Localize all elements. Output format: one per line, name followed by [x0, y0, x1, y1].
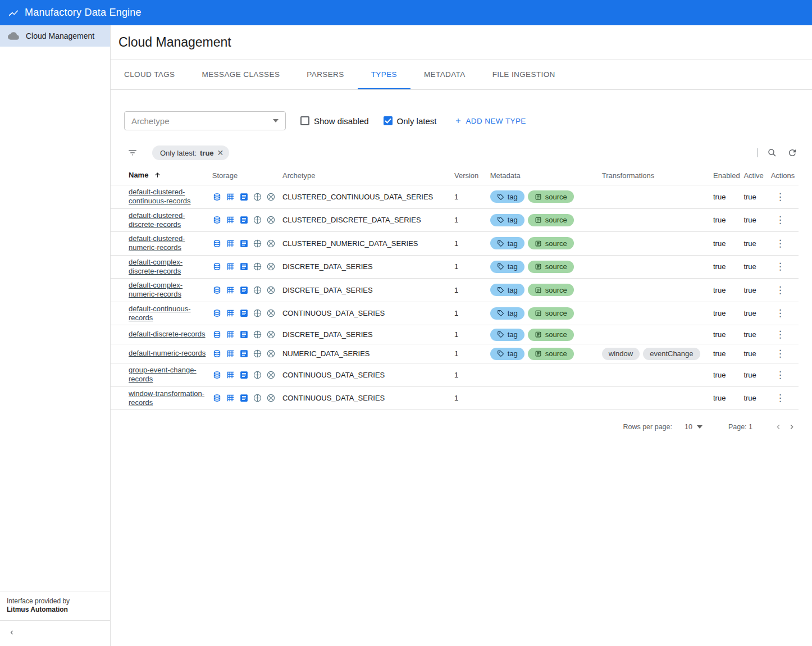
row-actions-button[interactable]: ⋮ — [771, 327, 790, 342]
document-icon[interactable] — [239, 370, 249, 380]
database-icon[interactable] — [212, 192, 222, 202]
only-latest-filter-chip[interactable]: Only latest: true ✕ — [152, 145, 229, 160]
table-grid-icon[interactable] — [226, 285, 235, 295]
col-header-name[interactable]: Name — [111, 167, 212, 185]
row-actions-button[interactable]: ⋮ — [771, 347, 790, 361]
table-grid-icon[interactable] — [226, 239, 235, 248]
archetype-select[interactable]: Archetype — [124, 111, 286, 130]
previous-page-button[interactable] — [772, 420, 785, 434]
document-icon[interactable] — [239, 215, 249, 225]
document-icon[interactable] — [239, 285, 249, 295]
tag-chip[interactable]: tag — [490, 190, 524, 203]
table-grid-icon[interactable] — [226, 215, 235, 225]
document-icon[interactable] — [239, 349, 249, 358]
refresh-icon[interactable] — [786, 147, 799, 159]
collapse-sidebar-button[interactable] — [8, 627, 16, 639]
hub-icon[interactable] — [253, 330, 262, 339]
tag-chip[interactable]: tag — [490, 284, 524, 296]
node-icon[interactable] — [266, 192, 276, 202]
node-icon[interactable] — [266, 262, 276, 271]
type-name-link[interactable]: default-discrete-records — [129, 330, 206, 339]
type-name-link[interactable]: window-transformation-records — [129, 389, 210, 408]
table-grid-icon[interactable] — [226, 370, 235, 380]
source-chip[interactable]: source — [528, 261, 574, 273]
document-icon[interactable] — [239, 308, 249, 318]
only-latest-checkbox[interactable]: Only latest — [384, 116, 437, 126]
row-actions-button[interactable]: ⋮ — [771, 391, 790, 405]
tag-chip[interactable]: tag — [490, 307, 524, 320]
hub-icon[interactable] — [253, 393, 262, 403]
hub-icon[interactable] — [253, 239, 262, 248]
search-icon[interactable] — [766, 147, 778, 159]
type-name-link[interactable]: default-clustered-discrete-records — [129, 211, 210, 230]
database-icon[interactable] — [212, 308, 222, 318]
document-icon[interactable] — [239, 393, 249, 403]
show-disabled-checkbox[interactable]: Show disabled — [300, 116, 369, 126]
type-name-link[interactable]: default-continuous-records — [129, 304, 210, 323]
node-icon[interactable] — [266, 370, 276, 380]
row-actions-button[interactable]: ⋮ — [771, 260, 790, 274]
type-name-link[interactable]: default-clustered-numeric-records — [129, 234, 210, 253]
hub-icon[interactable] — [253, 349, 262, 358]
tab-metadata[interactable]: METADATA — [410, 60, 479, 89]
tab-parsers[interactable]: PARSERS — [293, 60, 357, 89]
node-icon[interactable] — [266, 393, 276, 403]
hub-icon[interactable] — [253, 308, 262, 318]
row-actions-button[interactable]: ⋮ — [771, 236, 790, 251]
hub-icon[interactable] — [253, 262, 262, 271]
type-name-link[interactable]: group-event-change-records — [129, 366, 210, 384]
database-icon[interactable] — [212, 393, 222, 403]
node-icon[interactable] — [266, 285, 276, 295]
tag-chip[interactable]: tag — [490, 237, 524, 249]
row-actions-button[interactable]: ⋮ — [771, 306, 790, 320]
hub-icon[interactable] — [253, 215, 262, 225]
source-chip[interactable]: source — [528, 348, 574, 360]
database-icon[interactable] — [212, 370, 222, 380]
source-chip[interactable]: source — [528, 284, 574, 296]
document-icon[interactable] — [239, 330, 249, 339]
tab-cloud-tags[interactable]: CLOUD TAGS — [111, 60, 189, 89]
table-grid-icon[interactable] — [226, 349, 235, 358]
source-chip[interactable]: source — [528, 329, 574, 341]
filter-list-icon[interactable] — [127, 148, 138, 158]
node-icon[interactable] — [266, 239, 276, 248]
database-icon[interactable] — [212, 239, 222, 248]
close-icon[interactable]: ✕ — [217, 148, 224, 157]
hub-icon[interactable] — [253, 192, 262, 202]
source-chip[interactable]: source — [528, 190, 574, 203]
node-icon[interactable] — [266, 330, 276, 339]
type-name-link[interactable]: default-numeric-records — [129, 349, 206, 358]
type-name-link[interactable]: default-clustered-continuous-records — [129, 188, 210, 206]
row-actions-button[interactable]: ⋮ — [771, 283, 790, 297]
node-icon[interactable] — [266, 349, 276, 358]
row-actions-button[interactable]: ⋮ — [771, 213, 790, 227]
add-new-type-button[interactable]: ADD NEW TYPE — [454, 117, 526, 125]
database-icon[interactable] — [212, 330, 222, 339]
type-name-link[interactable]: default-complex-numeric-records — [129, 281, 210, 299]
source-chip[interactable]: source — [528, 237, 574, 249]
sidebar-item-cloud-management[interactable]: Cloud Management — [0, 25, 110, 47]
database-icon[interactable] — [212, 262, 222, 271]
tab-file-ingestion[interactable]: FILE INGESTION — [479, 60, 569, 89]
type-name-link[interactable]: default-complex-discrete-records — [129, 258, 210, 276]
table-grid-icon[interactable] — [226, 308, 235, 318]
tab-types[interactable]: TYPES — [358, 60, 410, 89]
tag-chip[interactable]: tag — [490, 329, 524, 341]
table-grid-icon[interactable] — [226, 262, 235, 271]
hub-icon[interactable] — [253, 370, 262, 380]
node-icon[interactable] — [266, 215, 276, 225]
node-icon[interactable] — [266, 308, 276, 318]
row-actions-button[interactable]: ⋮ — [771, 190, 790, 204]
database-icon[interactable] — [212, 285, 222, 295]
source-chip[interactable]: source — [528, 214, 574, 226]
document-icon[interactable] — [239, 262, 249, 271]
hub-icon[interactable] — [253, 285, 262, 295]
transformation-chip[interactable]: window — [602, 348, 640, 360]
rows-per-page-select[interactable]: 10 — [685, 423, 702, 431]
tag-chip[interactable]: tag — [490, 261, 524, 273]
database-icon[interactable] — [212, 215, 222, 225]
database-icon[interactable] — [212, 349, 222, 358]
source-chip[interactable]: source — [528, 307, 574, 320]
tag-chip[interactable]: tag — [490, 214, 524, 226]
tag-chip[interactable]: tag — [490, 348, 524, 360]
